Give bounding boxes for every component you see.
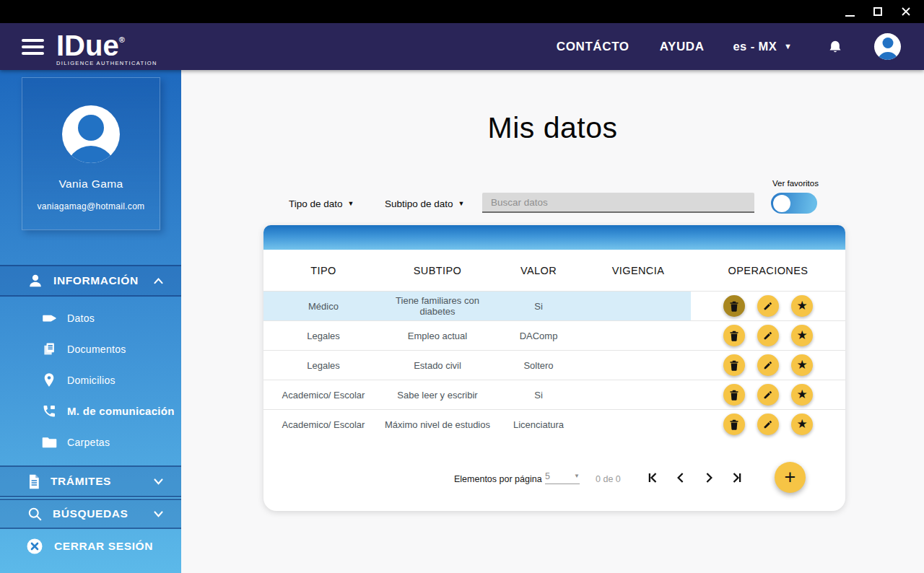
- header-nav: CONTÁCTO AYUDA es - MX ▼: [557, 33, 924, 60]
- brand-name: IDue®: [56, 27, 157, 58]
- row-operations: ★: [691, 410, 845, 439]
- add-data-button[interactable]: +: [775, 462, 806, 493]
- favorite-button[interactable]: ★: [791, 414, 813, 435]
- trash-icon: [729, 390, 739, 401]
- folder-icon: [41, 436, 57, 448]
- sidebar-section-label: INFORMACIÓN: [53, 274, 139, 287]
- sidebar-section-informacion[interactable]: INFORMACIÓN: [0, 265, 181, 297]
- chevron-down-icon: ▼: [348, 201, 354, 207]
- sidebar-item-datos[interactable]: Datos: [0, 302, 181, 333]
- table-row[interactable]: Academico/ Escolar Sabe leer y escribir …: [263, 380, 845, 409]
- subtype-dropdown[interactable]: Subtipo de dato ▼: [385, 198, 465, 209]
- favorite-button[interactable]: ★: [791, 384, 813, 406]
- favorite-button[interactable]: ★: [791, 295, 813, 317]
- delete-button[interactable]: [723, 325, 745, 346]
- language-value: es - MX: [733, 40, 777, 53]
- chevron-down-icon: [153, 510, 164, 517]
- edit-button[interactable]: [757, 295, 779, 317]
- table-body: Médico Tiene familiares con diabetes Si: [263, 291, 845, 439]
- row-operations: ★: [691, 321, 845, 350]
- favorite-button[interactable]: ★: [791, 325, 813, 346]
- trash-icon: [729, 419, 739, 430]
- star-icon: ★: [796, 329, 807, 341]
- sidebar-info-items: Datos Documentos Domicilios M. de comuni…: [0, 302, 181, 458]
- table-row[interactable]: Legales Estado civil Soltero ★: [263, 350, 845, 380]
- pencil-icon: [763, 360, 773, 370]
- registered-mark: ®: [119, 35, 125, 44]
- last-page-icon: [731, 471, 744, 484]
- table-header-row: TIPO SUBTIPO VALOR VIGENCIA OPERACIONES: [263, 250, 845, 291]
- language-selector[interactable]: es - MX ▼: [733, 40, 792, 53]
- maximize-icon: [873, 7, 882, 16]
- logout-label: CERRAR SESIÓN: [54, 540, 153, 553]
- type-dropdown-label: Tipo de dato: [289, 198, 343, 209]
- pagination-controls: [646, 471, 744, 484]
- close-button[interactable]: [901, 6, 911, 17]
- file-icon: [27, 474, 40, 489]
- items-per-page-label: Elementos por página: [454, 474, 542, 484]
- row-operations: ★: [691, 380, 845, 409]
- profile-card: Vania Gama vaniagamag@hotmail.com: [22, 77, 160, 230]
- favorite-button[interactable]: ★: [791, 354, 813, 376]
- items-per-page-select[interactable]: 5 ▼: [545, 471, 580, 484]
- previous-page-button[interactable]: [674, 471, 687, 484]
- user-avatar[interactable]: [874, 33, 901, 60]
- chevron-down-icon: ▼: [784, 43, 792, 51]
- last-page-button[interactable]: [731, 471, 744, 484]
- cell-valor: Soltero: [492, 360, 585, 371]
- sidebar-section-tramites[interactable]: TRÁMITES: [0, 465, 181, 497]
- person-icon: [27, 273, 43, 289]
- delete-button[interactable]: [723, 384, 745, 406]
- logout-button[interactable]: CERRAR SESIÓN: [0, 530, 181, 562]
- first-page-icon: [646, 471, 659, 484]
- minimize-button[interactable]: [845, 6, 855, 17]
- favorites-toggle[interactable]: [771, 193, 817, 214]
- star-icon: ★: [796, 299, 807, 312]
- app-logo: IDue® DILIGENCE AUTHENTICATION: [56, 27, 157, 66]
- x-circle-icon: [26, 538, 43, 555]
- delete-button[interactable]: [723, 414, 745, 435]
- sidebar-item-documentos[interactable]: Documentos: [0, 333, 181, 364]
- main-content: Mis datos Tipo de dato ▼ Subtipo de dato…: [181, 70, 924, 573]
- sidebar-section-label: BÚSQUEDAS: [53, 507, 128, 520]
- search-input[interactable]: [482, 193, 754, 213]
- delete-button[interactable]: [723, 354, 745, 376]
- toggle-knob: [773, 195, 790, 212]
- delete-button[interactable]: [723, 295, 745, 317]
- chevron-up-icon: [153, 277, 164, 284]
- cell-subtipo: Estado civil: [383, 360, 492, 371]
- nav-contact[interactable]: CONTÁCTO: [557, 40, 629, 54]
- chevron-left-icon: [674, 471, 687, 484]
- type-dropdown[interactable]: Tipo de dato ▼: [289, 198, 354, 209]
- phone-icon: [41, 404, 57, 419]
- edit-button[interactable]: [757, 384, 779, 406]
- sidebar-section-busquedas[interactable]: BÚSQUEDAS: [0, 499, 181, 529]
- sidebar-item-domicilios[interactable]: Domicilios: [0, 364, 181, 395]
- first-page-button[interactable]: [646, 471, 659, 484]
- profile-email: vaniagamag@hotmail.com: [38, 201, 145, 211]
- trash-icon: [729, 331, 739, 341]
- plus-icon: +: [785, 468, 796, 487]
- next-page-button[interactable]: [702, 471, 715, 484]
- maximize-button[interactable]: [873, 7, 882, 16]
- cell-tipo: Academico/ Escolar: [263, 419, 383, 430]
- table-gradient-bar: [263, 225, 845, 250]
- table-row[interactable]: Legales Empleo actual DAComp ★: [263, 320, 845, 350]
- hamburger-menu-button[interactable]: [22, 39, 44, 55]
- row-operations: ★: [691, 292, 845, 320]
- edit-button[interactable]: [757, 325, 779, 346]
- table-footer: Elementos por página 5 ▼ 0 de 0: [263, 439, 845, 511]
- brand-tagline: DILIGENCE AUTHENTICATION: [56, 60, 157, 66]
- sidebar-item-carpetas[interactable]: Carpetas: [0, 427, 181, 458]
- trash-icon: [729, 301, 739, 312]
- table-row[interactable]: Academico/ Escolar Máximo nivel de estud…: [263, 409, 845, 439]
- sidebar-item-m-de-comunicacion[interactable]: M. de comunicación: [0, 395, 181, 427]
- chevron-down-icon: ▼: [574, 473, 580, 479]
- table-row[interactable]: Médico Tiene familiares con diabetes Si: [263, 291, 845, 320]
- sidebar: Vania Gama vaniagamag@hotmail.com INFORM…: [0, 70, 181, 573]
- nav-help[interactable]: AYUDA: [660, 40, 705, 54]
- edit-button[interactable]: [757, 414, 779, 435]
- cell-tipo: Academico/ Escolar: [263, 390, 383, 401]
- edit-button[interactable]: [757, 354, 779, 376]
- notifications-bell-icon[interactable]: [828, 39, 842, 55]
